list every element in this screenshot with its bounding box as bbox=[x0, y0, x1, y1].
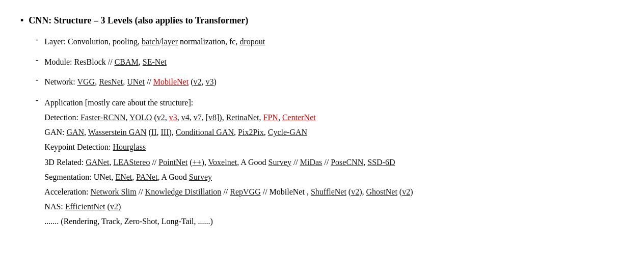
link-panet[interactable]: PANet bbox=[136, 173, 157, 181]
link-mobilenet[interactable]: MobileNet bbox=[153, 77, 189, 86]
network-content: Network: VGG, ResNet, UNet // MobileNet … bbox=[44, 75, 216, 89]
keypoint-line: Keypoint Detection: Hourglass bbox=[44, 140, 413, 154]
module-item: - Module: ResBlock // CBAM, SE-Net bbox=[36, 56, 624, 69]
link-yolo-v8[interactable]: [v8] bbox=[206, 113, 220, 122]
link-centernet[interactable]: CenterNet bbox=[282, 113, 316, 122]
application-header: Application [mostly care about the struc… bbox=[44, 96, 413, 109]
link-yolo[interactable]: YOLO bbox=[129, 113, 152, 122]
link-knowledge-distillation[interactable]: Knowledge Distillation bbox=[145, 187, 222, 196]
link-enet[interactable]: ENet bbox=[115, 173, 132, 181]
acceleration-line: Acceleration: Network Slim // Knowledge … bbox=[44, 185, 413, 199]
sub-items-list: - Layer: Convolution, pooling, batch/lay… bbox=[36, 35, 624, 229]
link-yolo-v4[interactable]: v4 bbox=[181, 113, 190, 122]
link-resnet[interactable]: ResNet bbox=[99, 77, 123, 86]
link-yolo-v3[interactable]: v3 bbox=[169, 113, 177, 122]
link-cbam[interactable]: CBAM bbox=[115, 58, 139, 66]
link-efficientnet[interactable]: EfficientNet bbox=[65, 202, 105, 211]
link-yolo-v2[interactable]: v2 bbox=[157, 113, 165, 122]
link-layer[interactable]: layer bbox=[162, 37, 178, 46]
module-content: Module: ResBlock // CBAM, SE-Net bbox=[44, 56, 167, 69]
link-unet[interactable]: UNet bbox=[127, 77, 145, 86]
link-gan[interactable]: GAN bbox=[66, 128, 84, 136]
link-ghostnet[interactable]: GhostNet bbox=[366, 187, 397, 196]
gan-line: GAN: GAN, Wasserstein GAN (II, III), Con… bbox=[44, 125, 413, 139]
dash-application: - bbox=[36, 96, 38, 105]
ellipsis-line: ....... (Rendering, Track, Zero-Shot, Lo… bbox=[44, 214, 413, 228]
network-item: - Network: VGG, ResNet, UNet // MobileNe… bbox=[36, 75, 624, 89]
link-yolo-v7[interactable]: v7 bbox=[194, 113, 202, 122]
link-survey-3d[interactable]: Survey bbox=[269, 158, 291, 167]
link-repvgg[interactable]: RepVGG bbox=[230, 187, 260, 196]
layer-content: Layer: Convolution, pooling, batch/layer… bbox=[44, 35, 265, 48]
segmentation-line: Segmentation: UNet, ENet, PANet, A Good … bbox=[44, 170, 413, 184]
application-content: Application [mostly care about the struc… bbox=[44, 96, 413, 230]
dash-network: - bbox=[36, 75, 38, 85]
link-retinanet[interactable]: RetinaNet bbox=[226, 113, 259, 122]
link-ghostnet-v2[interactable]: v2 bbox=[402, 187, 410, 196]
link-leastereo[interactable]: LEAStereo bbox=[113, 158, 150, 167]
link-voxelnet[interactable]: Voxelnet bbox=[208, 158, 237, 167]
bullet-symbol: • bbox=[20, 15, 23, 26]
link-fpn[interactable]: FPN bbox=[263, 113, 278, 122]
dash-layer: - bbox=[36, 35, 38, 44]
link-pointnet-pp[interactable]: ++ bbox=[193, 158, 202, 167]
link-pix2pix[interactable]: Pix2Pix bbox=[238, 128, 264, 136]
link-wasserstein-gan[interactable]: Wasserstein GAN bbox=[88, 128, 147, 136]
link-shufflenet[interactable]: ShuffleNet bbox=[311, 187, 346, 196]
detection-line: Detection: Faster-RCNN, YOLO (v2, v3, v4… bbox=[44, 111, 413, 124]
link-ssd6d[interactable]: SSD-6D bbox=[367, 158, 395, 167]
link-shufflenet-v2[interactable]: v2 bbox=[351, 187, 359, 196]
main-bullet: • CNN: Structure – 3 Levels (also applie… bbox=[20, 15, 624, 26]
link-midas[interactable]: MiDas bbox=[300, 158, 323, 167]
link-survey-seg[interactable]: Survey bbox=[189, 173, 212, 181]
main-title: CNN: Structure – 3 Levels (also applies … bbox=[29, 15, 248, 26]
main-content: • CNN: Structure – 3 Levels (also applie… bbox=[20, 15, 624, 229]
layer-item: - Layer: Convolution, pooling, batch/lay… bbox=[36, 35, 624, 48]
nas-line: NAS: EfficientNet (v2) bbox=[44, 200, 413, 213]
application-item: - Application [mostly care about the str… bbox=[36, 96, 624, 230]
link-cycle-gan[interactable]: Cycle-GAN bbox=[268, 128, 307, 136]
link-mobilenet-v3[interactable]: v3 bbox=[205, 77, 213, 86]
link-faster-rcnn[interactable]: Faster-RCNN bbox=[81, 113, 126, 122]
link-posecnn[interactable]: PoseCNN bbox=[331, 158, 363, 167]
threed-line: 3D Related: GANet, LEAStereo // PointNet… bbox=[44, 155, 413, 169]
link-network-slim[interactable]: Network Slim bbox=[91, 187, 137, 196]
dash-module: - bbox=[36, 56, 38, 65]
link-hourglass[interactable]: Hourglass bbox=[113, 143, 146, 151]
link-ganet[interactable]: GANet bbox=[86, 158, 109, 167]
link-conditional-gan[interactable]: Conditional GAN bbox=[176, 128, 234, 136]
link-gan-ii[interactable]: II bbox=[151, 128, 157, 136]
link-se-net[interactable]: SE-Net bbox=[143, 58, 167, 66]
link-gan-iii[interactable]: III bbox=[161, 128, 169, 136]
link-dropout[interactable]: dropout bbox=[239, 37, 265, 46]
link-efficientnet-v2[interactable]: v2 bbox=[110, 202, 118, 211]
link-batch[interactable]: batch bbox=[142, 37, 159, 46]
link-pointnet[interactable]: PointNet bbox=[158, 158, 187, 167]
link-vgg[interactable]: VGG bbox=[77, 77, 95, 86]
link-mobilenet-v2[interactable]: v2 bbox=[193, 77, 201, 86]
